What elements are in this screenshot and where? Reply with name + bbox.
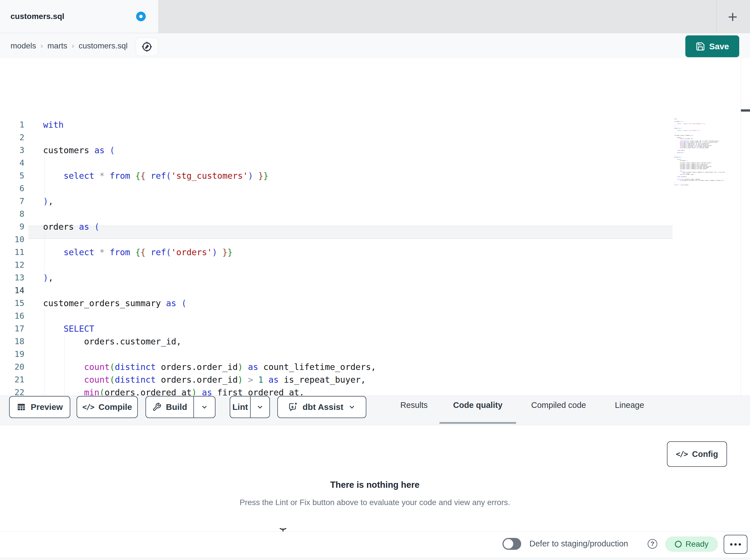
line-number[interactable]: 14 bbox=[0, 284, 24, 297]
build-button[interactable]: Build bbox=[146, 397, 193, 417]
code-line-6[interactable]: 6 bbox=[0, 182, 673, 195]
code-token bbox=[674, 152, 677, 153]
code-token: customer_type bbox=[684, 174, 694, 175]
code-line-4[interactable]: 4 bbox=[0, 157, 673, 169]
lint-button[interactable]: Lint bbox=[230, 397, 250, 417]
code-line-14[interactable]: 14 bbox=[0, 284, 673, 297]
line-number[interactable]: 5 bbox=[0, 169, 24, 182]
breadcrumb: models › marts › customers.sql bbox=[0, 33, 750, 59]
line-number[interactable]: 3 bbox=[0, 144, 24, 157]
tab-title: customers.sql bbox=[11, 12, 64, 21]
line-number[interactable]: 7 bbox=[0, 195, 24, 208]
code-line-21[interactable]: 21 count(distinct orders.order_id) > 1 a… bbox=[0, 373, 673, 386]
code-line-15[interactable]: 15customer_orders_summary as ( bbox=[0, 297, 673, 310]
line-number[interactable]: 19 bbox=[0, 348, 24, 360]
line-number[interactable]: 1 bbox=[0, 118, 24, 131]
code-line-9[interactable]: 9orders as ( bbox=[0, 220, 673, 233]
line-number[interactable]: 8 bbox=[0, 208, 24, 220]
code-token: customers. bbox=[674, 160, 687, 162]
code-token bbox=[674, 123, 677, 124]
table-icon bbox=[17, 402, 26, 412]
line-content: orders as ( bbox=[43, 222, 100, 232]
code-line-5[interactable]: 5 select * from {{ ref('stg_customers') … bbox=[0, 169, 673, 182]
breadcrumb-marts[interactable]: marts bbox=[47, 41, 67, 50]
lint-dropdown-button[interactable] bbox=[251, 397, 269, 417]
code-token: count_lifetime_orders, bbox=[258, 362, 376, 372]
code-token: orders.customer_id, bbox=[43, 336, 181, 347]
code-line-20[interactable]: 20 count(distinct orders.order_id) as co… bbox=[0, 360, 673, 373]
code-token: select bbox=[677, 130, 682, 131]
empty-state-subtitle: Press the Lint or Fix button above to ev… bbox=[240, 498, 510, 507]
code-token: customers bbox=[43, 145, 94, 155]
code-line-18[interactable]: 18 orders.customer_id, bbox=[0, 335, 673, 348]
code-token bbox=[263, 375, 269, 385]
line-number[interactable]: 13 bbox=[0, 271, 24, 284]
code-line-2[interactable]: 2 bbox=[0, 131, 673, 144]
line-number[interactable]: 20 bbox=[0, 360, 24, 373]
code-token: 1 bbox=[683, 152, 684, 153]
help-icon[interactable]: ? bbox=[648, 539, 657, 549]
code-line-1[interactable]: 1with bbox=[0, 118, 673, 131]
build-dropdown-button[interactable] bbox=[194, 397, 215, 417]
line-number[interactable]: 16 bbox=[0, 310, 24, 322]
code-token: from bbox=[683, 123, 686, 124]
code-line-10[interactable]: 10 bbox=[0, 233, 673, 246]
compile-button[interactable]: </> Compile bbox=[77, 396, 138, 418]
code-token: ) bbox=[43, 196, 48, 206]
code-token: orders bbox=[43, 222, 79, 232]
code-line-7[interactable]: 7), bbox=[0, 195, 673, 208]
code-token: ( bbox=[682, 127, 682, 129]
defer-toggle[interactable] bbox=[502, 538, 521, 550]
line-number[interactable]: 18 bbox=[0, 335, 24, 348]
code-line-16[interactable]: 16 bbox=[0, 310, 673, 322]
code-token: * bbox=[100, 247, 105, 257]
tab-compiled-code[interactable]: Compiled code bbox=[531, 400, 586, 410]
new-tab-button[interactable]: + bbox=[723, 6, 743, 27]
line-number[interactable]: 21 bbox=[0, 373, 24, 386]
breadcrumb-customers-sql[interactable]: customers.sql bbox=[79, 41, 127, 50]
line-number[interactable]: 10 bbox=[0, 233, 24, 246]
code-token: customer_orders_summary bbox=[674, 134, 691, 136]
line-number[interactable]: 6 bbox=[0, 182, 24, 195]
code-token bbox=[130, 247, 135, 257]
config-button[interactable]: </> Config bbox=[667, 441, 727, 467]
code-token bbox=[105, 247, 110, 257]
tab-results[interactable]: Results bbox=[400, 400, 428, 410]
code-line-13[interactable]: 13), bbox=[0, 271, 673, 284]
code-editor[interactable]: 1with23customers as (45 select * from {{… bbox=[0, 58, 750, 395]
line-content: SELECT bbox=[43, 324, 94, 334]
tab-code-quality[interactable]: Code quality bbox=[453, 400, 502, 410]
more-options-button[interactable] bbox=[724, 535, 747, 554]
tab-customers-sql[interactable]: customers.sql bbox=[0, 0, 158, 33]
line-content: select * from {{ ref('orders') }} bbox=[43, 247, 233, 257]
ready-status-badge[interactable]: Ready bbox=[665, 537, 718, 552]
code-line-19[interactable]: 19 bbox=[0, 348, 673, 360]
code-token: ref bbox=[151, 171, 166, 181]
line-content: customers as ( bbox=[43, 145, 115, 155]
breadcrumb-models[interactable]: models bbox=[11, 41, 36, 50]
navigate-button[interactable] bbox=[136, 37, 158, 56]
code-line-8[interactable]: 8 bbox=[0, 208, 673, 220]
line-number[interactable]: 2 bbox=[0, 131, 24, 144]
line-number[interactable]: 4 bbox=[0, 157, 24, 169]
save-button[interactable]: Save bbox=[685, 36, 739, 57]
preview-button[interactable]: Preview bbox=[9, 396, 70, 418]
editor-scrollbar[interactable] bbox=[741, 58, 750, 395]
code-token: { bbox=[140, 247, 145, 257]
line-number[interactable]: 17 bbox=[0, 322, 24, 335]
code-line-17[interactable]: 17 SELECT bbox=[0, 322, 673, 335]
line-number[interactable]: 9 bbox=[0, 220, 24, 233]
code-token: count bbox=[84, 362, 110, 372]
code-line-11[interactable]: 11 select * from {{ ref('orders') }} bbox=[0, 246, 673, 258]
code-token: , bbox=[675, 125, 675, 127]
scrollbar-thumb[interactable] bbox=[741, 109, 750, 111]
line-number[interactable]: 15 bbox=[0, 297, 24, 310]
tab-lineage[interactable]: Lineage bbox=[615, 400, 644, 410]
line-number[interactable]: 12 bbox=[0, 258, 24, 271]
line-number[interactable]: 11 bbox=[0, 246, 24, 258]
dbt-assist-button[interactable]: dbt Assist bbox=[277, 396, 366, 418]
code-token: , bbox=[48, 196, 53, 206]
code-icon: </> bbox=[676, 450, 688, 458]
code-line-3[interactable]: 3customers as ( bbox=[0, 144, 673, 157]
code-line-12[interactable]: 12 bbox=[0, 258, 673, 271]
